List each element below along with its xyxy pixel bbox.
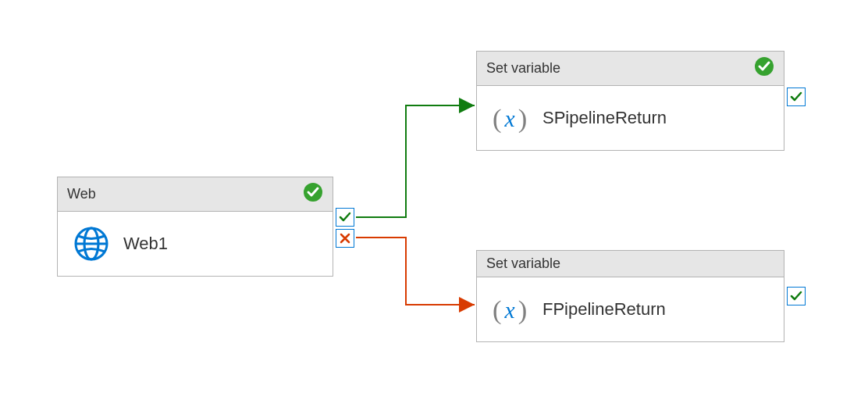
svg-text:): ) [518, 103, 528, 134]
port-failure-chip[interactable] [336, 229, 354, 248]
variable-icon: ( x ) [493, 291, 528, 327]
pipeline-canvas: Web Web1 [0, 0, 868, 418]
svg-text:(: ( [493, 103, 502, 134]
output-chip-spipelinereturn[interactable] [787, 88, 806, 106]
node-web1-body: Web1 [58, 212, 333, 276]
node-web1-type-label: Web [67, 186, 96, 202]
success-badge-icon [754, 56, 774, 80]
edge-success [356, 105, 475, 217]
node-fpipelinereturn-name: FPipelineReturn [542, 299, 666, 320]
svg-text:): ) [518, 295, 528, 325]
node-fpipelinereturn-header: Set variable [477, 251, 784, 277]
node-web1-header: Web [58, 177, 333, 212]
globe-icon [73, 226, 109, 262]
svg-text:x: x [504, 106, 515, 131]
node-spipelinereturn-type-label: Set variable [486, 60, 560, 77]
edge-failure [356, 238, 475, 305]
node-web1[interactable]: Web Web1 [57, 177, 333, 277]
port-success-chip[interactable] [336, 208, 354, 227]
success-badge-icon [303, 182, 323, 206]
node-spipelinereturn[interactable]: Set variable ( x ) SPipelineReturn [476, 51, 784, 151]
node-fpipelinereturn-body: ( x ) FPipelineReturn [477, 277, 784, 341]
svg-text:(: ( [493, 295, 502, 325]
variable-icon: ( x ) [493, 100, 528, 136]
node-spipelinereturn-body: ( x ) SPipelineReturn [477, 86, 784, 150]
node-fpipelinereturn[interactable]: Set variable ( x ) FPipelineReturn [476, 250, 784, 342]
output-chip-fpipelinereturn[interactable] [787, 287, 806, 305]
node-spipelinereturn-header: Set variable [477, 52, 784, 86]
node-fpipelinereturn-type-label: Set variable [486, 255, 560, 272]
svg-text:x: x [504, 298, 515, 323]
node-web1-name: Web1 [123, 234, 168, 254]
node-spipelinereturn-name: SPipelineReturn [542, 108, 667, 128]
